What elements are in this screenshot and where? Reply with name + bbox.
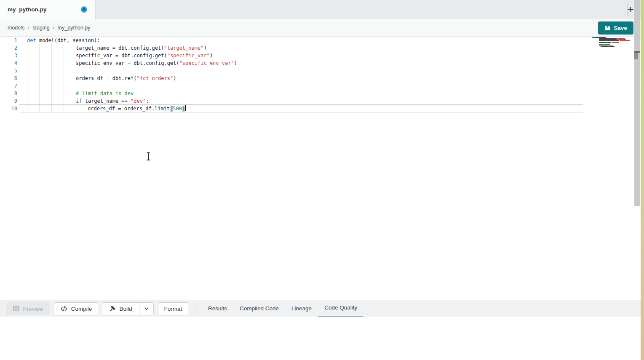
line-number: 5 <box>0 67 17 75</box>
save-button[interactable]: Save <box>598 21 633 35</box>
chevron-right-icon: › <box>27 24 29 30</box>
code-line[interactable]: 8# limit data in dev <box>0 90 583 97</box>
line-number: 2 <box>0 44 17 52</box>
tab-results[interactable]: Results <box>202 300 233 317</box>
code-line[interactable]: 7 <box>0 82 583 90</box>
build-button[interactable]: Build <box>102 302 139 315</box>
format-button-label: Format <box>164 306 182 312</box>
chevron-right-icon: › <box>53 24 55 30</box>
code-line[interactable]: 5 <box>0 67 583 75</box>
ide-window: my_python.py + models › staging › my_pyt… <box>0 0 644 360</box>
plus-icon: + <box>627 3 633 16</box>
line-number: 8 <box>0 90 17 97</box>
tab-lineage[interactable]: Lineage <box>285 300 318 317</box>
breadcrumb-models[interactable]: models <box>8 25 24 31</box>
table-grid-icon <box>13 305 19 312</box>
panel-tabs: Results Compiled Code Lineage Code Quali… <box>202 300 363 317</box>
code-line[interactable]: 9if target_name == "dev": <box>0 97 583 105</box>
compile-button-label: Compile <box>71 306 92 312</box>
code-editor[interactable]: 1def model(dbt, session):2target_name = … <box>0 37 641 299</box>
compile-button[interactable]: Compile <box>54 302 98 315</box>
code-line[interactable]: 3specific_var = dbt.config.get("specific… <box>0 52 583 59</box>
editor-scrollbar-track[interactable] <box>634 0 640 206</box>
line-number: 9 <box>0 97 17 105</box>
hammer-icon <box>109 305 116 312</box>
file-tab-label: my_python.py <box>8 6 47 13</box>
results-panel <box>0 317 641 360</box>
preview-button-label: Preview <box>23 306 43 312</box>
build-button-group: Build <box>102 302 154 315</box>
code-brackets-icon <box>60 306 68 312</box>
save-button-label: Save <box>614 25 627 31</box>
line-number: 7 <box>0 82 17 90</box>
desktop-edge-strip <box>641 0 644 360</box>
toolbar-divider <box>195 302 195 315</box>
tab-code-quality[interactable]: Code Quality <box>318 300 363 317</box>
preview-button[interactable]: Preview <box>6 302 50 315</box>
tab-compiled-code[interactable]: Compiled Code <box>233 300 285 317</box>
code-line[interactable]: 1def model(dbt, session): <box>0 37 583 44</box>
line-number: 3 <box>0 52 17 59</box>
chevron-down-icon <box>144 306 150 312</box>
build-options-button[interactable] <box>139 302 154 315</box>
build-button-label: Build <box>119 306 132 312</box>
file-tab-bar: my_python.py + <box>0 0 641 19</box>
code-line[interactable]: 6orders_df = dbt.ref("fct_orders") <box>0 75 583 82</box>
line-number: 4 <box>0 59 17 67</box>
code-line[interactable]: 4specific_env_var = dbt.config.get("spec… <box>0 59 583 67</box>
floppy-save-icon <box>604 25 611 31</box>
breadcrumb-file[interactable]: my_python.py <box>58 25 91 31</box>
line-number: 1 <box>0 37 17 44</box>
line-number: 6 <box>0 75 17 82</box>
line-number: 10 <box>0 105 17 112</box>
format-button[interactable]: Format <box>158 302 188 315</box>
editor-right-border <box>634 206 634 258</box>
editor-scrollbar-handle[interactable] <box>634 53 638 59</box>
bottom-toolbar: Preview Compile <box>0 300 641 317</box>
unsaved-changes-dot-icon <box>81 6 87 13</box>
breadcrumb-staging[interactable]: staging <box>32 25 49 31</box>
code-line[interactable]: 10orders_df = orders_df.limit(500) <box>0 105 583 112</box>
breadcrumb: models › staging › my_python.py <box>0 19 641 37</box>
code-lines: 1def model(dbt, session):2target_name = … <box>0 37 583 112</box>
file-tab-my-python[interactable]: my_python.py <box>0 0 96 19</box>
code-line[interactable]: 2target_name = dbt.config.get("target_na… <box>0 44 583 52</box>
minimap[interactable] <box>592 37 634 48</box>
